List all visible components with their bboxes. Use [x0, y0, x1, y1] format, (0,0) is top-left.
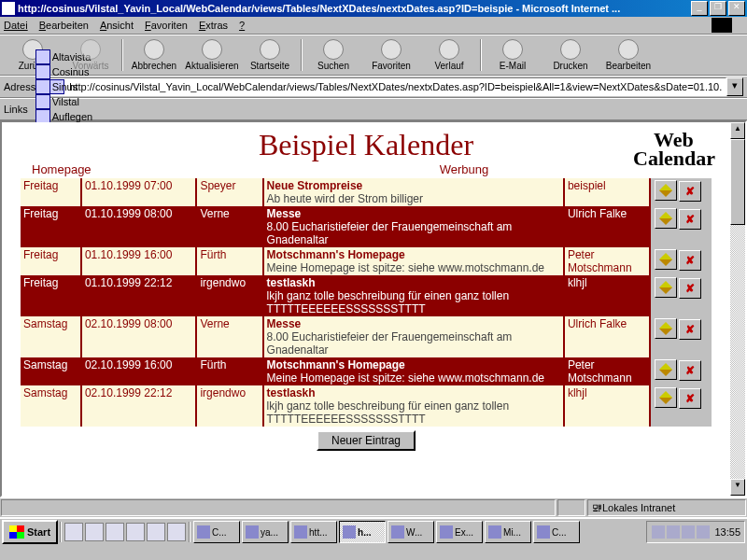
- address-dropdown[interactable]: ▾: [726, 77, 743, 96]
- page-icon: [35, 79, 50, 94]
- close-button[interactable]: ✕: [728, 1, 745, 16]
- cell-datetime: 02.10.1999 16:00: [81, 357, 197, 385]
- address-input[interactable]: [67, 80, 724, 93]
- menu-datei[interactable]: Datei: [4, 20, 28, 31]
- taskbar-task[interactable]: W...: [388, 521, 434, 543]
- taskbar-task[interactable]: h...: [339, 521, 386, 543]
- cell-location: Verne: [196, 316, 262, 357]
- delete-entry-button[interactable]: ✘: [679, 319, 701, 340]
- favorite-link[interactable]: Cosinus: [35, 64, 140, 79]
- cell-day: Freitag: [21, 206, 81, 247]
- menu-bearbeiten[interactable]: Bearbeiten: [39, 20, 89, 31]
- cell-actions: ✘: [650, 316, 712, 357]
- cell-datetime: 02.10.1999 08:00: [81, 316, 197, 357]
- scroll-thumb[interactable]: [730, 139, 745, 225]
- cell-author: beispiel: [564, 178, 650, 206]
- cell-actions: ✘: [650, 247, 712, 275]
- ie-icon: [2, 2, 15, 15]
- quicklaunch-icon[interactable]: [106, 523, 124, 541]
- security-zone: 🖳 Lokales Intranet: [587, 499, 746, 516]
- delete-entry-button[interactable]: ✘: [679, 250, 701, 271]
- tray-icon[interactable]: [682, 525, 695, 539]
- delete-entry-button[interactable]: ✘: [679, 181, 701, 202]
- refresh-button[interactable]: Aktualisieren: [183, 37, 241, 73]
- cell-datetime: 02.10.1999 22:12: [81, 385, 197, 427]
- cell-datetime: 01.10.1999 16:00: [81, 247, 197, 275]
- scroll-down-button[interactable]: ▼: [730, 479, 745, 496]
- tray-icon[interactable]: [697, 525, 710, 539]
- clock: 13:55: [714, 526, 740, 538]
- delete-entry-button[interactable]: ✘: [679, 360, 701, 381]
- favorites-button[interactable]: Favoriten: [362, 37, 420, 73]
- quicklaunch-icon[interactable]: [167, 523, 186, 541]
- calendar-row: Freitag01.10.1999 16:00FürthMotschmann's…: [21, 247, 712, 275]
- cell-actions: ✘: [650, 357, 712, 385]
- werbung-label: Werbung: [228, 162, 700, 176]
- edit-entry-button[interactable]: [655, 277, 677, 298]
- cell-location: Verne: [196, 206, 262, 247]
- cell-event: testlaskhlkjh ganz tolle beschreibung fü…: [263, 275, 564, 316]
- quicklaunch-icon[interactable]: [64, 523, 83, 541]
- edit-entry-button[interactable]: [655, 359, 677, 380]
- maximize-button[interactable]: ❐: [710, 1, 726, 16]
- taskbar-task[interactable]: Mi...: [485, 521, 531, 543]
- taskbar-task[interactable]: htt...: [290, 521, 337, 543]
- homepage-link[interactable]: Homepage: [32, 162, 228, 176]
- calendar-row: Freitag01.10.1999 07:00SpeyerNeue Stromp…: [21, 178, 712, 206]
- history-button[interactable]: Verlauf: [420, 37, 478, 73]
- start-button[interactable]: Start: [2, 520, 58, 544]
- page-title: Beispiel Kalender: [4, 128, 728, 162]
- mail-button[interactable]: E-Mail: [484, 37, 542, 73]
- edit-entry-button[interactable]: [655, 208, 677, 229]
- cell-datetime: 01.10.1999 08:00: [81, 206, 197, 247]
- task-icon: [246, 525, 259, 539]
- cell-day: Samstag: [21, 385, 81, 427]
- cell-author: klhjl: [564, 275, 650, 316]
- search-button[interactable]: Suchen: [304, 37, 362, 73]
- taskbar-task[interactable]: C...: [193, 521, 240, 543]
- page-icon: [35, 49, 50, 64]
- edit-entry-button[interactable]: [655, 318, 677, 339]
- quicklaunch-icon[interactable]: [126, 523, 145, 541]
- tray-icon[interactable]: [652, 525, 665, 539]
- cell-actions: ✘: [650, 275, 712, 316]
- print-button[interactable]: Drucken: [542, 37, 599, 73]
- cell-event: testlaskhlkjh ganz tolle beschreibung fü…: [263, 385, 564, 427]
- favorite-link[interactable]: Vilstal: [35, 94, 140, 109]
- taskbar-task[interactable]: C...: [533, 521, 580, 543]
- edit-entry-button[interactable]: [655, 387, 677, 408]
- edit-button[interactable]: Bearbeiten: [599, 37, 657, 73]
- delete-entry-button[interactable]: ✘: [679, 388, 701, 409]
- cell-author: Ulrich Falke: [564, 206, 650, 247]
- edit-entry-button[interactable]: [655, 249, 677, 270]
- vertical-scrollbar[interactable]: ▲ ▼: [730, 122, 745, 496]
- taskbar-task[interactable]: Ex...: [436, 521, 483, 543]
- calendar-row: Samstag02.10.1999 22:12irgendwotestlaskh…: [21, 385, 712, 427]
- quicklaunch-icon[interactable]: [147, 523, 165, 541]
- menu-favoriten[interactable]: Favoriten: [145, 20, 188, 31]
- scroll-up-button[interactable]: ▲: [730, 122, 745, 139]
- tray-icon[interactable]: [667, 525, 680, 539]
- taskbar-task[interactable]: ya...: [242, 521, 289, 543]
- cell-actions: ✘: [650, 385, 712, 427]
- delete-entry-button[interactable]: ✘: [679, 278, 701, 299]
- cell-location: Fürth: [196, 357, 262, 385]
- cell-actions: ✘: [650, 206, 712, 247]
- new-entry-button[interactable]: Neuer Eintrag: [317, 430, 416, 451]
- minimize-button[interactable]: _: [691, 1, 708, 16]
- cell-event: Messe8.00 Eucharistiefeier der Frauengem…: [263, 206, 564, 247]
- links-label: Links: [4, 104, 28, 115]
- cell-day: Freitag: [21, 275, 81, 316]
- quicklaunch-icon[interactable]: [85, 523, 104, 541]
- menu-help[interactable]: ?: [239, 20, 245, 31]
- window-titlebar: http://cosinus/Vilstal_Yavin_Local/WebCa…: [0, 0, 747, 17]
- home-button[interactable]: Startseite: [241, 37, 299, 73]
- cell-author: Ulrich Falke: [564, 316, 650, 357]
- system-tray[interactable]: 13:55: [646, 521, 745, 543]
- delete-entry-button[interactable]: ✘: [679, 209, 701, 230]
- page-icon: [35, 64, 50, 79]
- favorite-link[interactable]: Sinus: [35, 79, 140, 94]
- edit-entry-button[interactable]: [655, 180, 677, 201]
- menu-ansicht[interactable]: Ansicht: [100, 20, 134, 31]
- menu-extras[interactable]: Extras: [199, 20, 228, 31]
